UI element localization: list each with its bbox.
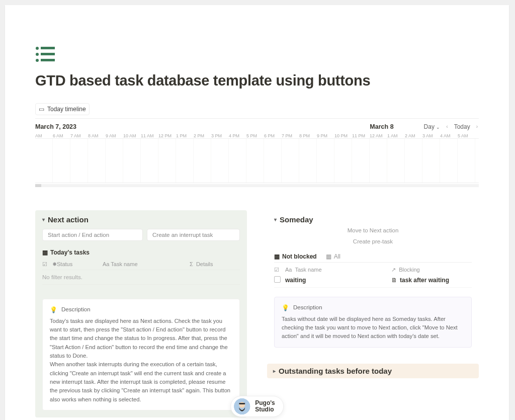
row-checkbox[interactable] [274,276,281,283]
create-interrupt-button[interactable]: Create an interrupt task [147,229,240,241]
timeline-range-selector[interactable]: Day ⌄ [424,123,441,130]
status-column: ✸Status [52,261,103,268]
hour-label: 10 PM [334,133,352,138]
next-action-description: 💡Description Today's tasks are displayed… [42,299,240,410]
hour-label: 5 PM [246,133,264,138]
hour-label: 8 PM [299,133,317,138]
hour-label: AM [35,133,53,138]
table-icon: ▦ [274,253,280,260]
taskname-column: Aa Task name [103,261,190,268]
svg-point-0 [36,47,39,50]
hour-label: 5 AM [458,133,475,138]
author-badge[interactable]: Pugo's Studio [230,396,284,417]
svg-rect-1 [41,47,55,49]
triangle-down-icon: ▾ [274,217,277,222]
table-icon: ▦ [326,253,331,260]
svg-point-4 [36,59,39,62]
author-name-2: Studio [255,406,275,413]
no-filter-text: No filter results. [42,270,240,285]
taskname-column: Aa Task name [285,267,391,273]
details-column: Σ Details [190,261,240,268]
hour-label: 3 PM [211,133,229,138]
timeline-tab-label: Today timeline [47,106,86,113]
someday-desc-body: Tasks without date will be displayed her… [282,315,464,341]
hour-label: 1 PM [176,133,194,138]
hour-label: 8 AM [88,133,106,138]
timeline-date-left: March 7, 2023 [35,123,76,130]
svg-rect-5 [41,59,55,61]
start-end-action-button[interactable]: Start action / End action [42,229,143,241]
timeline-today-button[interactable]: Today [454,123,470,130]
hour-label: 12 AM [370,133,387,138]
hour-label: 2 PM [194,133,211,138]
next-action-desc-body: Today's tasks are displayed here as Next… [50,317,232,404]
timeline-scrollbar[interactable] [35,184,479,187]
bulb-icon: 💡 [50,305,57,315]
timeline-body[interactable] [35,139,479,183]
page-icon [35,45,479,63]
someday-toggle[interactable]: ▾ Someday [274,215,472,224]
hour-label: 10 AM [123,133,141,138]
checkbox-column-icon: ☑ [42,261,52,268]
all-tab[interactable]: ▦ All [326,253,340,260]
hour-label: 4 AM [440,133,458,138]
task-waiting: waiting [285,277,391,284]
hour-label: 2 AM [405,133,422,138]
next-action-heading: Next action [48,215,89,224]
someday-description: 💡Description Tasks without date will be … [274,297,472,348]
svg-point-7 [239,402,245,408]
timeline-icon: ▭ [39,106,44,113]
table-icon: ▦ [42,249,48,256]
blocking-link[interactable]: 🗎 task after waiting [391,277,472,284]
triangle-down-icon: ▾ [42,217,45,222]
hour-label: 11 AM [141,133,158,138]
create-pretask-button[interactable]: Create pre-task [274,237,472,246]
hour-label: 3 AM [422,133,440,138]
triangle-right-icon: ▸ [273,368,276,374]
hour-label: 12 PM [158,133,176,138]
hour-label: 7 AM [70,133,88,138]
next-action-panel: ▾ Next action Start action / End action … [35,210,247,417]
blocking-column: ↗ Blocking [391,267,472,273]
page-icon: 🗎 [391,277,397,284]
not-blocked-tab[interactable]: ▦ Not blocked [274,253,317,260]
next-action-toggle[interactable]: ▾ Next action [42,215,240,224]
hour-label: 7 PM [282,133,299,138]
hour-label: 9 AM [106,133,123,138]
prev-arrow-icon[interactable]: ‹ [445,123,449,130]
page-container: GTD based task database template using b… [5,5,509,420]
move-to-next-button[interactable]: Move to Next action [274,226,472,235]
hour-label: 9 PM [317,133,334,138]
bulb-icon: 💡 [282,303,289,313]
page-title: GTD based task database template using b… [35,72,479,89]
checkbox-column-icon: ☑ [274,267,285,273]
timeline-hours: AM6 AM7 AM8 AM9 AM10 AM11 AM12 PM1 PM2 P… [35,133,479,139]
timeline-date-right: March 8 [370,123,393,130]
hour-label: 11 PM [352,133,370,138]
timeline-block: ▭ Today timeline March 7, 2023 March 8 D… [35,103,479,187]
timeline-tab[interactable]: ▭ Today timeline [35,103,90,115]
hour-label: 6 PM [264,133,282,138]
hour-label: 4 PM [229,133,246,138]
outstanding-panel[interactable]: ▸ Outstanding tasks before today [267,364,479,378]
someday-panel: ▾ Someday Move to Next action Create pre… [267,210,479,355]
todays-tasks-tab[interactable]: ▦ Today's tasks [42,249,90,256]
hour-label: 6 AM [53,133,70,138]
outstanding-heading: Outstanding tasks before today [279,367,392,375]
table-row[interactable]: waiting 🗎 task after waiting [274,273,472,288]
hour-label: 1 AM [387,133,405,138]
avatar [234,398,250,414]
someday-heading: Someday [280,215,313,224]
svg-rect-3 [41,53,55,55]
next-arrow-icon[interactable]: › [475,123,479,130]
svg-point-2 [36,53,39,56]
svg-rect-8 [239,403,245,404]
